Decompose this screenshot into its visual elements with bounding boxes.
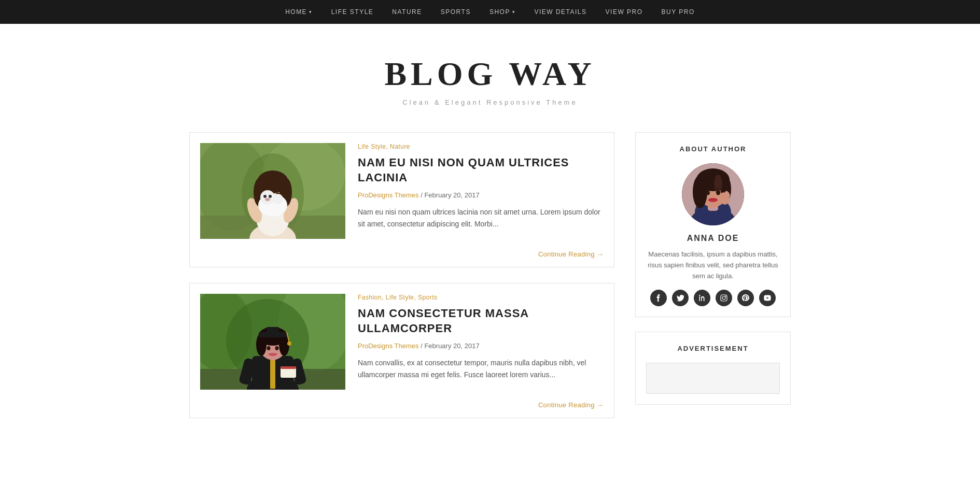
article-excerpt: Nam eu nisi non quam ultrices lacinia no…	[358, 206, 604, 230]
nav-item-shop[interactable]: SHOP ▾	[480, 0, 525, 24]
advertisement-widget: ADVERTISEMENT	[635, 332, 791, 405]
svg-rect-38	[267, 327, 279, 333]
svg-point-48	[708, 208, 718, 210]
author-avatar	[682, 163, 744, 225]
article-date: / February 20, 2017	[421, 342, 479, 350]
nav-item-sports[interactable]: SPORTS	[431, 0, 480, 24]
article-footer: Continue Reading →	[190, 249, 614, 267]
author-name: ANNA DOE	[646, 234, 780, 243]
svg-point-51	[693, 175, 707, 208]
linkedin-icon[interactable]	[694, 290, 710, 306]
nav-item-view-details[interactable]: VIEW DETAILS	[525, 0, 596, 24]
main-navigation: HOME ▾ LIFE STYLE NATURE SPORTS SHOP ▾ V…	[0, 0, 980, 24]
svg-point-19	[269, 195, 272, 198]
svg-point-43	[269, 353, 277, 356]
continue-reading-button[interactable]: Continue Reading →	[538, 401, 604, 409]
article-footer: Continue Reading →	[190, 400, 614, 418]
article-image	[200, 294, 345, 390]
svg-point-16	[260, 190, 275, 205]
svg-rect-32	[281, 366, 296, 369]
site-tagline: Clean & Elegant Responsive Theme	[10, 98, 970, 106]
nav-item-home[interactable]: HOME ▾	[276, 0, 322, 24]
article-byline: ProDesigns Themes / February 20, 2017	[358, 191, 604, 199]
youtube-icon[interactable]	[759, 290, 776, 306]
article-categories: Fashion, Life Style, Sports	[358, 294, 604, 301]
nav-item-nature[interactable]: NATURE	[383, 0, 431, 24]
svg-point-17	[273, 194, 283, 204]
twitter-icon[interactable]	[672, 290, 689, 306]
svg-point-18	[263, 195, 267, 198]
site-header: BLOG WAY Clean & Elegant Responsive Them…	[0, 24, 980, 132]
article-date: / February 20, 2017	[421, 191, 479, 199]
pinterest-icon[interactable]	[737, 290, 754, 306]
article-card: Fashion, Life Style, Sports NAM CONSECTE…	[189, 283, 614, 418]
page-body: Life Style, Nature NAM EU NISI NON QUAM …	[179, 132, 801, 454]
article-meta: Life Style, Nature NAM EU NISI NON QUAM …	[358, 143, 604, 239]
social-icons	[646, 290, 780, 306]
article-card: Life Style, Nature NAM EU NISI NON QUAM …	[189, 132, 614, 267]
svg-point-61	[725, 296, 726, 297]
article-inner: Fashion, Life Style, Sports NAM CONSECTE…	[190, 283, 614, 400]
ad-placeholder	[646, 363, 780, 394]
article-excerpt: Nam convallis, ex at consectetur tempor,…	[358, 357, 604, 381]
svg-point-20	[265, 198, 270, 201]
nav-item-buy-pro[interactable]: BUY PRO	[652, 0, 704, 24]
author-bio: Maecenas facilisis, ipsum a dapibus matt…	[646, 249, 780, 281]
about-author-title: ABOUT AUTHOR	[646, 145, 780, 153]
svg-point-56	[708, 198, 718, 202]
article-byline: ProDesigns Themes / February 20, 2017	[358, 342, 604, 350]
article-author[interactable]: ProDesigns Themes	[358, 191, 419, 199]
svg-point-60	[722, 296, 725, 299]
nav-item-view-pro[interactable]: VIEW PRO	[596, 0, 652, 24]
home-dropdown-icon: ▾	[309, 9, 313, 15]
shop-dropdown-icon: ▾	[512, 9, 516, 15]
article-image	[200, 143, 345, 239]
svg-point-55	[716, 191, 720, 195]
sidebar: ABOUT AUTHOR	[635, 132, 791, 434]
facebook-icon[interactable]	[650, 290, 667, 306]
site-title: BLOG WAY	[10, 55, 970, 93]
main-content: Life Style, Nature NAM EU NISI NON QUAM …	[189, 132, 614, 434]
instagram-icon[interactable]	[716, 290, 732, 306]
svg-point-40	[287, 341, 291, 346]
article-title[interactable]: NAM CONSECTETUR MASSA ULLAMCORPER	[358, 306, 604, 336]
continue-reading-button[interactable]: Continue Reading →	[538, 250, 604, 258]
nav-item-lifestyle[interactable]: LIFE STYLE	[322, 0, 383, 24]
svg-point-41	[267, 346, 271, 350]
article-title[interactable]: NAM EU NISI NON QUAM ULTRICES LACINIA	[358, 155, 604, 185]
article-inner: Life Style, Nature NAM EU NISI NON QUAM …	[190, 133, 614, 249]
about-author-widget: ABOUT AUTHOR	[635, 132, 791, 317]
svg-point-54	[706, 191, 710, 195]
svg-point-42	[275, 346, 279, 350]
article-author[interactable]: ProDesigns Themes	[358, 342, 419, 350]
article-categories: Life Style, Nature	[358, 143, 604, 150]
advertisement-title: ADVERTISEMENT	[646, 345, 780, 352]
article-meta: Fashion, Life Style, Sports NAM CONSECTE…	[358, 294, 604, 390]
